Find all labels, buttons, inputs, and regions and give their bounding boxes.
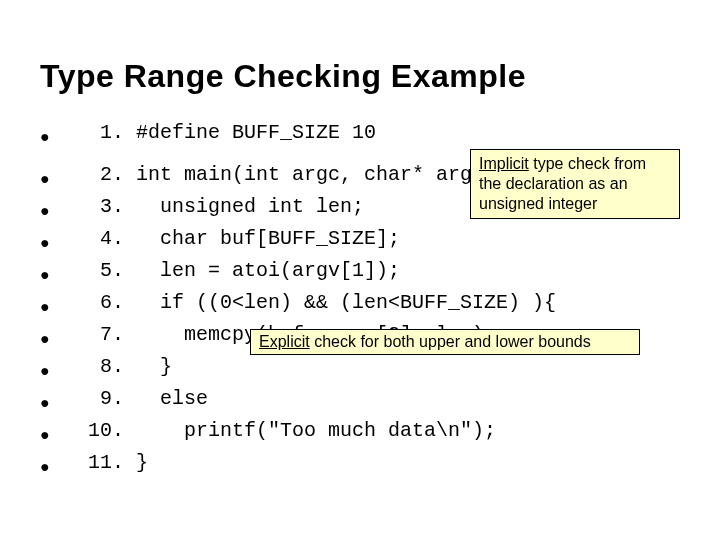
bullet-icon: ● (40, 225, 68, 257)
callout-rest: check for both upper and lower bounds (310, 333, 591, 350)
line-number: 10. (68, 417, 136, 445)
bullet-icon: ● (40, 289, 68, 321)
bullet-icon: ● (40, 119, 68, 151)
bullet-icon: ● (40, 449, 68, 481)
callout-underlined: Explicit (259, 333, 310, 350)
line-number: 11. (68, 449, 136, 477)
line-number: 6. (68, 289, 136, 317)
code-text: printf("Too much data\n"); (136, 417, 680, 445)
code-area: ● 1. #define BUFF_SIZE 10 ● 2. int main(… (40, 119, 680, 481)
line-number: 8. (68, 353, 136, 381)
slide: Type Range Checking Example ● 1. #define… (0, 0, 720, 540)
code-text: char buf[BUFF_SIZE]; (136, 225, 680, 253)
bullet-icon: ● (40, 353, 68, 385)
bullet-icon: ● (40, 321, 68, 353)
code-text: len = atoi(argv[1]); (136, 257, 680, 285)
code-line: ● 9. else (40, 385, 680, 417)
code-line: ● 11. } (40, 449, 680, 481)
line-number: 2. (68, 161, 136, 189)
callout-implicit: Implicit type check from the declaration… (470, 149, 680, 219)
line-number: 1. (68, 119, 136, 147)
code-line: ● 5. len = atoi(argv[1]); (40, 257, 680, 289)
code-line: ● 1. #define BUFF_SIZE 10 (40, 119, 680, 151)
slide-title: Type Range Checking Example (40, 58, 680, 95)
bullet-icon: ● (40, 385, 68, 417)
line-number: 5. (68, 257, 136, 285)
code-text: if ((0<len) && (len<BUFF_SIZE) ){ (136, 289, 680, 317)
code-text: } (136, 449, 680, 477)
bullet-icon: ● (40, 257, 68, 289)
code-text: else (136, 385, 680, 413)
bullet-icon: ● (40, 193, 68, 225)
callout-underlined: Implicit (479, 155, 529, 172)
line-number: 7. (68, 321, 136, 349)
code-line: ● 6. if ((0<len) && (len<BUFF_SIZE) ){ (40, 289, 680, 321)
code-line: ● 10. printf("Too much data\n"); (40, 417, 680, 449)
bullet-icon: ● (40, 161, 68, 193)
bullet-icon: ● (40, 417, 68, 449)
code-text: } (136, 353, 680, 381)
line-number: 9. (68, 385, 136, 413)
code-line: ● 4. char buf[BUFF_SIZE]; (40, 225, 680, 257)
code-text: #define BUFF_SIZE 10 (136, 119, 680, 147)
code-line: ● 8. } (40, 353, 680, 385)
line-number: 4. (68, 225, 136, 253)
callout-explicit: Explicit check for both upper and lower … (250, 329, 640, 355)
line-number: 3. (68, 193, 136, 221)
